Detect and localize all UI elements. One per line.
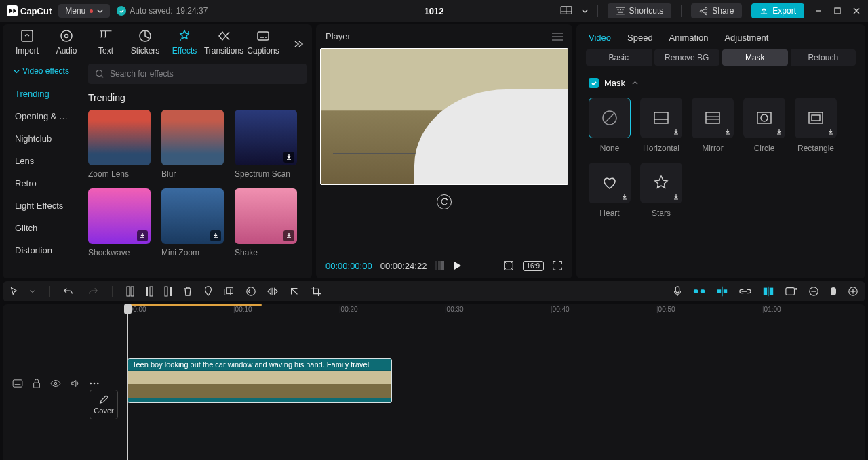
subtab-basic[interactable]: Basic	[586, 49, 652, 66]
subtab-mask[interactable]: Mask	[722, 49, 788, 66]
chevron-up-icon[interactable]	[632, 80, 638, 86]
window-close-button[interactable]	[852, 6, 861, 16]
export-button[interactable]: Export	[751, 3, 804, 18]
zoom-out-icon[interactable]	[808, 286, 819, 297]
lock-icon[interactable]	[33, 379, 41, 388]
mask-option-stars[interactable]: Stars	[640, 163, 682, 218]
preview-content	[333, 153, 427, 154]
window-minimize-button[interactable]	[814, 6, 823, 16]
preview-viewport[interactable]	[320, 48, 568, 185]
mask-option-circle[interactable]: Circle	[743, 98, 785, 153]
inspector-tab-adjustment[interactable]: Adjustment	[724, 33, 768, 43]
playhead[interactable]	[127, 304, 128, 460]
auto-snap-icon[interactable]	[716, 286, 728, 297]
chevron-down-icon[interactable]	[30, 289, 35, 294]
effect-item[interactable]: Mini Zoom	[161, 188, 224, 257]
marker-icon[interactable]	[203, 286, 213, 297]
split-right-icon[interactable]	[164, 286, 172, 297]
inspector-tab-speed[interactable]: Speed	[627, 33, 653, 43]
preview-axis-icon[interactable]	[762, 286, 774, 297]
media-tab-captions[interactable]: Captions	[244, 28, 282, 60]
media-tab-audio[interactable]: Audio	[47, 28, 85, 60]
fullscreen-icon[interactable]	[552, 260, 563, 271]
effect-item[interactable]: Shake	[235, 188, 297, 257]
refresh-button[interactable]	[437, 194, 452, 209]
effect-category[interactable]: Opening & …	[5, 105, 85, 127]
zoom-in-icon[interactable]	[848, 286, 859, 297]
media-tab-text[interactable]: Text	[87, 28, 125, 60]
effect-item[interactable]: Zoom Lens	[88, 110, 151, 179]
mask-option-heart[interactable]: Heart	[589, 163, 631, 218]
duplicate-icon[interactable]	[224, 287, 235, 296]
mask-name: Circle	[754, 144, 775, 153]
media-tab-stickers[interactable]: Stickers	[126, 28, 164, 60]
effect-category[interactable]: Lens	[5, 150, 85, 172]
delete-icon[interactable]	[183, 286, 193, 297]
pointer-tool-icon[interactable]	[9, 287, 19, 296]
tabs-more-button[interactable]	[293, 39, 307, 49]
svg-rect-52	[675, 287, 679, 293]
effect-item[interactable]: Shockwave	[88, 188, 151, 257]
mask-option-none[interactable]: None	[589, 98, 631, 153]
timeline-body[interactable]: |00:00|00:10|00:20|00:30|00:40|00:50|01:…	[122, 304, 865, 460]
mask-option-rectangle[interactable]: Rectangle	[795, 98, 837, 153]
crop-icon[interactable]	[311, 286, 321, 297]
layout-icon[interactable]	[560, 6, 572, 16]
shortcuts-button[interactable]: Shortcuts	[608, 3, 672, 18]
more-icon[interactable]	[90, 382, 99, 385]
split-icon[interactable]	[126, 286, 134, 297]
play-button[interactable]	[454, 261, 462, 270]
effect-item[interactable]: Spectrum Scan	[235, 110, 297, 179]
reverse-icon[interactable]	[245, 286, 256, 297]
mute-icon[interactable]	[71, 379, 80, 388]
media-tab-import[interactable]: Import	[8, 28, 46, 60]
media-tab-transitions[interactable]: Transitions	[205, 28, 243, 60]
inspector-tab-animation[interactable]: Animation	[669, 33, 709, 43]
timeline-ruler[interactable]: |00:00|00:10|00:20|00:30|00:40|00:50|01:…	[122, 304, 865, 318]
mirror-icon[interactable]	[267, 287, 278, 296]
cover-label: Cover	[94, 406, 113, 415]
mask-option-mirror[interactable]: Mirror	[692, 98, 734, 153]
zoom-slider-icon[interactable]	[830, 287, 837, 296]
mask-checkbox[interactable]	[589, 78, 599, 88]
effect-category[interactable]: Retro	[5, 172, 85, 194]
mask-thumbnail	[692, 98, 734, 138]
player-menu-icon[interactable]	[552, 33, 563, 41]
layout-chevron-icon[interactable]	[582, 8, 588, 14]
magnet-main-icon[interactable]	[693, 287, 705, 295]
compare-icon[interactable]	[435, 261, 446, 270]
eye-icon[interactable]	[50, 379, 61, 388]
link-icon[interactable]	[739, 288, 751, 295]
aspect-ratio-badge[interactable]: 16:9	[523, 261, 544, 271]
effect-category[interactable]: Nightclub	[5, 127, 85, 150]
effect-category[interactable]: Trending	[5, 83, 85, 105]
redo-icon[interactable]	[87, 286, 98, 297]
playhead-knob[interactable]	[124, 304, 132, 314]
mask-option-horizontal[interactable]: Horizontal	[640, 98, 682, 153]
effect-item[interactable]: Blur	[161, 110, 224, 179]
window-maximize-button[interactable]	[833, 6, 842, 16]
cover-button[interactable]: Cover	[90, 390, 118, 419]
media-tab-effects[interactable]: Effects	[165, 28, 203, 60]
inspector-tab-video[interactable]: Video	[589, 33, 611, 43]
split-left-icon[interactable]	[145, 286, 153, 297]
subtab-remove-bg[interactable]: Remove BG	[654, 49, 720, 66]
subtab-retouch[interactable]: Retouch	[791, 49, 856, 66]
scale-icon[interactable]	[502, 259, 515, 272]
caption-toggle-icon[interactable]	[12, 379, 23, 388]
rotate-icon[interactable]	[289, 286, 300, 297]
undo-icon[interactable]	[63, 286, 74, 297]
search-input[interactable]: Search for effects	[88, 64, 307, 84]
record-icon[interactable]	[785, 287, 797, 296]
timeline-clip[interactable]: Teen boy looking out the car window and …	[127, 358, 392, 403]
share-button[interactable]: Share	[691, 3, 742, 18]
menu-button[interactable]: Menu	[58, 4, 110, 18]
import-icon	[20, 28, 35, 43]
mask-thumbnail	[589, 163, 631, 203]
mic-icon[interactable]	[673, 286, 682, 297]
mask-name: Heart	[599, 209, 619, 218]
effect-category[interactable]: Distortion	[5, 239, 85, 262]
video-effects-pill[interactable]: Video effects	[8, 64, 75, 79]
effect-category[interactable]: Light Effects	[5, 194, 85, 217]
effect-category[interactable]: Glitch	[5, 217, 85, 239]
